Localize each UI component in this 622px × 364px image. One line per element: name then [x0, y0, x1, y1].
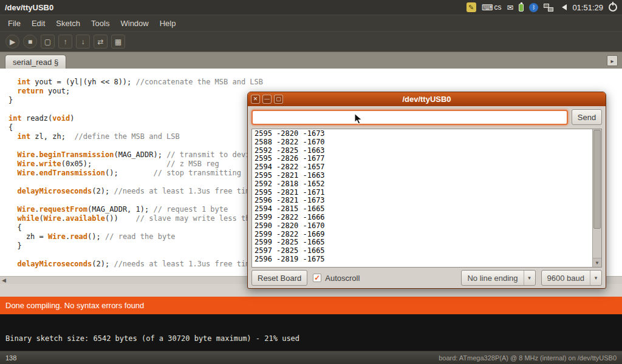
serial-output-line: 2595 -2820 -1673	[255, 130, 591, 138]
new-sketch-button[interactable]: ▢	[41, 35, 55, 49]
serial-monitor-window: /dev/ttyUSB0 ✕ — ▢ Send 2595 -2820 -1673…	[247, 92, 606, 289]
serial-output-scrollbar[interactable]: ▼	[592, 129, 601, 267]
serial-output-line: 2599 -2825 -1665	[255, 238, 591, 247]
compile-status-bar: Done compiling. No syntax errors found	[0, 297, 622, 314]
maximize-icon[interactable]: ▢	[274, 95, 283, 104]
panel-indicators: ✎ ⌨cs ✉ ᛒ 01:51:29	[466, 2, 617, 12]
window-controls: ✕ — ▢	[251, 95, 283, 104]
battery-icon[interactable]	[519, 4, 524, 12]
keyboard-layout-code: cs	[494, 3, 501, 12]
scrollbar-thumb[interactable]	[593, 130, 601, 229]
serial-output-line: 2588 -2822 -1670	[255, 138, 591, 147]
autoscroll-label: Autoscroll	[325, 274, 360, 283]
serial-input-row: Send	[248, 106, 606, 128]
serial-output-line: 2590 -2820 -1670	[255, 222, 591, 231]
serial-output-line: 2599 -2822 -1666	[255, 214, 591, 222]
menu-bar: FileEditSketchToolsWindowHelp	[0, 15, 622, 31]
serial-monitor-button[interactable]: ▦	[111, 35, 125, 49]
top-panel: /dev/ttyUSB0 ✎ ⌨cs ✉ ᛒ 01:51:29	[0, 0, 622, 15]
serial-input[interactable]	[251, 110, 568, 125]
menu-item-tools[interactable]: Tools	[86, 16, 115, 30]
line-ending-dropdown[interactable]: No line ending ▾	[461, 270, 535, 286]
autoscroll-control[interactable]: ✓ Autoscroll	[313, 274, 360, 283]
chevron-down-icon: ▾	[590, 271, 601, 285]
serial-output-line: 2597 -2825 -1665	[255, 247, 591, 255]
verify-button[interactable]: ▶	[5, 35, 19, 49]
menu-item-file[interactable]: File	[2, 16, 26, 30]
cursor-line-number: 138	[5, 354, 16, 362]
serial-monitor-titlebar[interactable]: /dev/ttyUSB0 ✕ — ▢	[248, 92, 606, 106]
serial-output-line: 2599 -2822 -1669	[255, 231, 591, 239]
upload-button[interactable]: ⇄	[94, 35, 108, 49]
send-button[interactable]: Send	[572, 109, 602, 125]
serial-output-line: 2594 -2822 -1657	[255, 163, 591, 172]
line-ending-value: No line ending	[462, 271, 523, 285]
tab-menu-button[interactable]: ▸	[607, 55, 618, 66]
scroll-down-icon[interactable]: ▼	[593, 258, 601, 267]
open-sketch-button[interactable]: ↑	[58, 35, 72, 49]
save-sketch-button[interactable]: ↓	[76, 35, 90, 49]
clock[interactable]: 01:51:29	[572, 3, 603, 12]
serial-output-line: 2596 -2819 -1675	[255, 255, 591, 264]
notes-pencil-icon[interactable]: ✎	[466, 2, 476, 12]
footer-status-bar: 138 board: ATmega328P(A) @ 8 MHz (intern…	[0, 351, 622, 364]
compile-status-message: Done compiling. No syntax errors found	[5, 301, 144, 310]
chevron-down-icon: ▾	[524, 271, 535, 285]
bluetooth-icon[interactable]: ᛒ	[529, 3, 538, 12]
keyboard-icon: ⌨	[482, 4, 493, 12]
baud-rate-value: 9600 baud	[542, 271, 590, 285]
serial-output-line: 2592 -2825 -1663	[255, 147, 591, 155]
menu-item-help[interactable]: Help	[154, 16, 182, 30]
autoscroll-checkbox[interactable]: ✓	[313, 274, 321, 282]
code-line: int yout = (yl|(yh << 8)); //concatenate…	[9, 78, 622, 87]
serial-output-text: 2595 -2820 -16732588 -2822 -16702592 -28…	[255, 130, 591, 266]
build-console: Binary sketch size: 6542 bytes (of a 307…	[0, 314, 622, 351]
build-console-text: Binary sketch size: 6542 bytes (of a 307…	[5, 334, 299, 343]
serial-output-line: 2594 -2815 -1665	[255, 205, 591, 214]
close-icon[interactable]: ✕	[251, 95, 260, 104]
network-icon[interactable]	[544, 4, 553, 12]
serial-monitor-title: /dev/ttyUSB0	[248, 95, 606, 104]
mail-icon[interactable]: ✉	[507, 4, 513, 12]
serial-output-line: 2595 -2821 -1671	[255, 189, 591, 197]
board-info: board: ATmega328P(A) @ 8 MHz (internal) …	[439, 354, 617, 362]
tab-serial-read[interactable]: serial_read §	[5, 55, 66, 69]
volume-icon[interactable]	[559, 4, 567, 10]
window-title: /dev/ttyUSB0	[5, 3, 53, 12]
minimize-icon[interactable]: —	[262, 95, 272, 104]
serial-monitor-controls: Reset Board ✓ Autoscroll No line ending …	[248, 268, 606, 288]
stop-button[interactable]: ■	[23, 35, 37, 49]
reset-board-button[interactable]: Reset Board	[251, 270, 307, 286]
keyboard-layout-indicator[interactable]: ⌨cs	[482, 3, 502, 12]
serial-output-line: 2595 -2826 -1677	[255, 155, 591, 163]
tab-strip: serial_read § ▸	[0, 52, 622, 69]
serial-output-line: 2592 -2818 -1652	[255, 180, 591, 189]
menu-item-window[interactable]: Window	[115, 16, 154, 30]
hscroll-left-arrow-icon[interactable]: ◀	[2, 278, 6, 283]
power-session-icon[interactable]	[609, 3, 617, 12]
menu-item-edit[interactable]: Edit	[26, 16, 50, 30]
serial-output-area[interactable]: 2595 -2820 -16732588 -2822 -16702592 -28…	[251, 129, 602, 268]
serial-output-line: 2596 -2821 -1673	[255, 197, 591, 205]
baud-rate-dropdown[interactable]: 9600 baud ▾	[541, 270, 602, 286]
toolbar: ▶■▢↑↓⇄▦	[0, 31, 622, 52]
menu-item-sketch[interactable]: Sketch	[50, 16, 86, 30]
serial-output-line: 2595 -2821 -1663	[255, 172, 591, 180]
